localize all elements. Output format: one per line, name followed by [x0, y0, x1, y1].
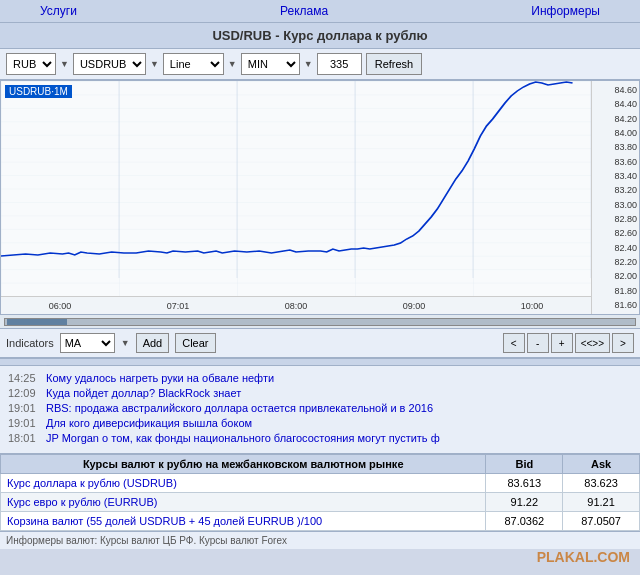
- currency-select[interactable]: RUB USD EUR: [6, 53, 56, 75]
- yaxis-label-3: 84.00: [594, 128, 637, 138]
- rate-link-0[interactable]: Курс доллара к рублю (USDRUB): [7, 477, 177, 489]
- rate-bid-0: 83.613: [486, 474, 563, 493]
- add-indicator-button[interactable]: Add: [136, 333, 170, 353]
- news-item-0: 14:25 Кому удалось нагреть руки на обвал…: [8, 372, 632, 384]
- table-row: Курс евро к рублю (EURRUB) 91.22 91.21: [1, 493, 640, 512]
- yaxis-label-12: 82.20: [594, 257, 637, 267]
- dropdown-arrow-3: ▼: [228, 59, 237, 69]
- rate-link-2[interactable]: Корзина валют (55 долей USDRUB + 45 доле…: [7, 515, 322, 527]
- news-time-2: 19:01: [8, 402, 40, 414]
- rates-header-ask: Ask: [563, 455, 640, 474]
- news-item-4: 18:01 JP Morgan о том, как фонды национа…: [8, 432, 632, 444]
- yaxis-label-1: 84.40: [594, 99, 637, 109]
- nav-services[interactable]: Услуги: [0, 4, 117, 18]
- separator: [0, 358, 640, 366]
- nav-ads[interactable]: Реклама: [240, 4, 368, 18]
- top-navigation: Услуги Реклама Информеры: [0, 0, 640, 23]
- page-title: USD/RUB - Курс доллара к рублю: [0, 23, 640, 49]
- yaxis-label-14: 81.80: [594, 286, 637, 296]
- rates-header-name: Курсы валют к рублю на межбанковском вал…: [1, 455, 486, 474]
- yaxis-label-13: 82.00: [594, 271, 637, 281]
- chart-xaxis: 06:00 07:01 08:00 09:00 10:00: [1, 296, 591, 314]
- news-section: 14:25 Кому удалось нагреть руки на обвал…: [0, 366, 640, 454]
- rates-footer: Информеры валют: Курсы валют ЦБ РФ. Курс…: [0, 531, 640, 549]
- chart-type-select[interactable]: Line Candle Bar: [163, 53, 224, 75]
- xaxis-label-3: 09:00: [403, 301, 426, 311]
- dropdown-arrow-4: ▼: [304, 59, 313, 69]
- news-link-2[interactable]: RBS: продажа австралийского доллара оста…: [46, 402, 433, 414]
- xaxis-label-4: 10:00: [521, 301, 544, 311]
- nav-prev-button[interactable]: <: [503, 333, 525, 353]
- refresh-button[interactable]: Refresh: [366, 53, 423, 75]
- chart-area: [1, 81, 591, 296]
- pair-select[interactable]: USDRUB EURUSD EURRUB: [73, 53, 146, 75]
- rate-ask-0: 83.623: [563, 474, 640, 493]
- indicators-label: Indicators: [6, 337, 54, 349]
- scrollbar-area: [0, 315, 640, 329]
- xaxis-label-0: 06:00: [49, 301, 72, 311]
- clear-indicator-button[interactable]: Clear: [175, 333, 215, 353]
- yaxis-label-7: 83.20: [594, 185, 637, 195]
- indicators-bar: Indicators MA EMA MACD RSI BB ▼ Add Clea…: [0, 329, 640, 358]
- news-item-2: 19:01 RBS: продажа австралийского доллар…: [8, 402, 632, 414]
- yaxis-label-0: 84.60: [594, 85, 637, 95]
- news-link-0[interactable]: Кому удалось нагреть руки на обвале нефт…: [46, 372, 274, 384]
- yaxis-label-11: 82.40: [594, 243, 637, 253]
- chart-yaxis: 84.60 84.40 84.20 84.00 83.80 83.60 83.4…: [591, 81, 639, 314]
- nav-next-button[interactable]: >: [612, 333, 634, 353]
- value-input[interactable]: 335: [317, 53, 362, 75]
- nav-skip-button[interactable]: <<>>: [575, 333, 610, 353]
- news-item-1: 12:09 Куда пойдет доллар? BlackRock знае…: [8, 387, 632, 399]
- news-time-3: 19:01: [8, 417, 40, 429]
- nav-plus-button[interactable]: +: [551, 333, 573, 353]
- news-item-3: 19:01 Для кого диверсификация вышла боко…: [8, 417, 632, 429]
- rates-header-bid: Bid: [486, 455, 563, 474]
- news-time-0: 14:25: [8, 372, 40, 384]
- scrollbar-track[interactable]: [4, 318, 636, 326]
- svg-rect-1: [1, 81, 591, 296]
- table-row: Корзина валют (55 долей USDRUB + 45 доле…: [1, 512, 640, 531]
- chart-tag: USDRUB·1M: [5, 85, 72, 98]
- yaxis-label-8: 83.00: [594, 200, 637, 210]
- yaxis-label-9: 82.80: [594, 214, 637, 224]
- yaxis-label-4: 83.80: [594, 142, 637, 152]
- period-select[interactable]: MIN HOUR DAY: [241, 53, 300, 75]
- yaxis-label-15: 81.60: [594, 300, 637, 310]
- yaxis-label-5: 83.60: [594, 157, 637, 167]
- rate-ask-1: 91.21: [563, 493, 640, 512]
- dropdown-arrow-1: ▼: [60, 59, 69, 69]
- rate-bid-2: 87.0362: [486, 512, 563, 531]
- scrollbar-thumb[interactable]: [7, 319, 67, 325]
- nav-informers[interactable]: Информеры: [491, 4, 640, 18]
- news-time-1: 12:09: [8, 387, 40, 399]
- controls-bar: RUB USD EUR ▼ USDRUB EURUSD EURRUB ▼ Lin…: [0, 49, 640, 80]
- news-link-3[interactable]: Для кого диверсификация вышла боком: [46, 417, 252, 429]
- indicator-arrow: ▼: [121, 338, 130, 348]
- table-row: Курс доллара к рублю (USDRUB) 83.613 83.…: [1, 474, 640, 493]
- chart-nav-buttons: < - + <<>> >: [503, 333, 634, 353]
- news-link-4[interactable]: JP Morgan о том, как фонды национального…: [46, 432, 440, 444]
- yaxis-label-2: 84.20: [594, 114, 637, 124]
- chart-container: USDRUB·1M 84.60 84.40 84.20: [0, 80, 640, 315]
- dropdown-arrow-2: ▼: [150, 59, 159, 69]
- xaxis-label-1: 07:01: [167, 301, 190, 311]
- rate-link-1[interactable]: Курс евро к рублю (EURRUB): [7, 496, 158, 508]
- yaxis-label-10: 82.60: [594, 228, 637, 238]
- rate-ask-2: 87.0507: [563, 512, 640, 531]
- xaxis-label-2: 08:00: [285, 301, 308, 311]
- news-time-4: 18:01: [8, 432, 40, 444]
- news-link-1[interactable]: Куда пойдет доллар? BlackRock знает: [46, 387, 241, 399]
- nav-minus-button[interactable]: -: [527, 333, 549, 353]
- yaxis-label-6: 83.40: [594, 171, 637, 181]
- rate-bid-1: 91.22: [486, 493, 563, 512]
- indicator-select[interactable]: MA EMA MACD RSI BB: [60, 333, 115, 353]
- rates-table: Курсы валют к рублю на межбанковском вал…: [0, 454, 640, 531]
